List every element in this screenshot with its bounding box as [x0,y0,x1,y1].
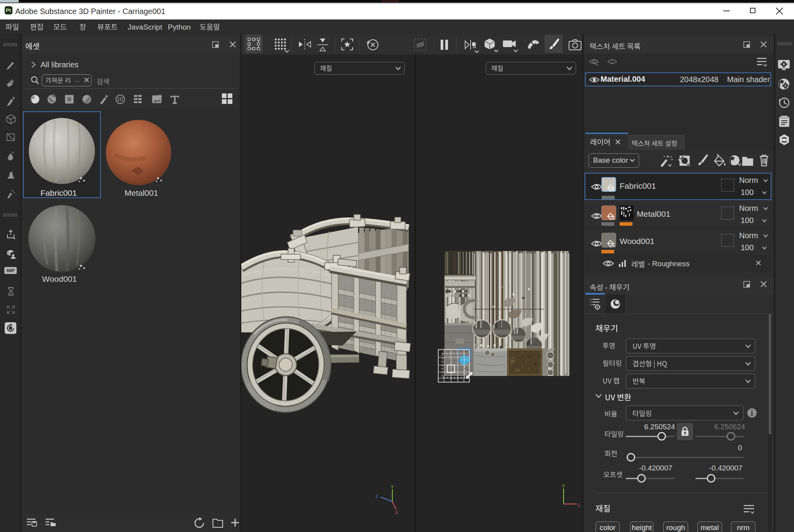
svg-text:V: V [562,483,565,488]
svg-text:1: 1 [611,59,613,64]
svg-text:X: X [395,510,398,515]
svg-text:Y: Y [391,485,394,489]
svg-text:Z: Z [376,494,378,499]
svg-text:U: U [578,503,580,507]
svg-text:SMP: SMP [6,269,15,273]
